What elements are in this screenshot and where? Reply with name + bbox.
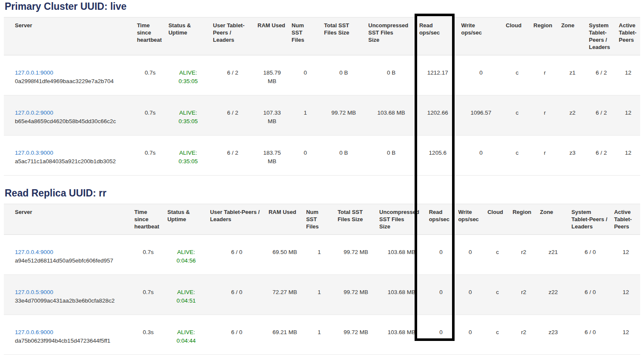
column-header-region: Region [531,17,558,55]
cell-active_tablets: 12 [612,275,640,315]
status-alive-label: ALIVE: [169,69,207,77]
server-address-link[interactable]: 127.0.0.6:9000 [15,329,53,335]
column-header-server: Server [4,204,132,235]
cell-uncompressed_sst: 0 B [366,55,417,95]
tablet-servers-page: Primary Cluster UUID: live ServerTime si… [0,0,644,355]
server-address-link[interactable]: 127.0.0.5:9000 [15,289,53,295]
cell-total_sst: 0 B [321,136,366,176]
cell-ram: 69.21 MB [266,315,303,355]
cell-total_sst: 0 B [321,55,366,95]
cell-num_sst: 0 [289,136,321,176]
cell-zone: z21 [538,235,569,275]
cell-total_sst: 99.72 MB [335,315,377,355]
column-header-cloud: Cloud [485,204,510,235]
column-header-num_sst: Num SST Files [289,17,321,55]
cell-server: 127.0.0.1:90000a2998f41dfe4969baac3229e7… [4,55,135,95]
cell-uncompressed_sst: 103.68 MB [377,275,426,315]
cell-user_tablets: 6 / 2 [210,95,255,136]
cell-status: ALIVE:0:35:05 [166,136,211,176]
cell-system_tablets: 6 / 0 [569,235,612,275]
column-header-user_tablets: User Tablet-Peers / Leaders [207,204,266,235]
column-header-zone: Zone [558,17,586,55]
column-header-uncompressed_sst: Uncompressed SST Files Size [366,17,417,55]
cell-read_ops: 1212.17 [417,55,459,95]
column-header-system_tablets: System Tablet-Peers / Leaders [569,204,612,235]
cell-num_sst: 1 [289,95,321,136]
server-uuid: a94e512d68114d50a95ebfc606fed957 [15,257,129,265]
cell-cloud: c [485,275,510,315]
cell-ram: 72.27 MB [266,275,303,315]
status-uptime: 0:04:56 [168,257,204,265]
cell-total_sst: 99.72 MB [321,95,366,136]
column-header-status: Status & Uptime [166,17,211,55]
cell-cloud: c [485,315,510,355]
cell-region: r [531,136,558,176]
read-replica-title: Read Replica UUID: rr [5,188,640,199]
cell-status: ALIVE:0:04:51 [165,275,207,315]
cell-read_ops: 0 [426,275,456,315]
status-alive-label: ALIVE: [169,149,207,157]
cell-server: 127.0.0.4:9000a94e512d68114d50a95ebfc606… [4,235,132,275]
cell-region: r2 [510,315,537,355]
cell-user_tablets: 6 / 0 [207,235,266,275]
cell-server: 127.0.0.6:9000da75b0623f994b4cb15d472364… [4,315,132,355]
status-uptime: 0:35:05 [169,157,207,166]
column-header-total_sst: Total SST Files Size [335,204,377,235]
status-alive-label: ALIVE: [168,248,204,257]
server-row: 127.0.0.5:900033e4d70099ac431aa2b3e6b0cf… [4,275,640,315]
cell-zone: z23 [538,315,569,355]
cell-cloud: c [503,95,531,136]
cell-num_sst: 0 [289,55,321,95]
cell-heartbeat: 0.7s [135,136,166,176]
cell-status: ALIVE:0:35:05 [166,55,211,95]
status-uptime: 0:04:44 [168,337,204,345]
column-header-active_tablets: Active Tablet-Peers [616,17,640,55]
cell-write_ops: 0 [459,55,504,95]
cell-user_tablets: 6 / 2 [210,55,255,95]
column-header-region: Region [510,204,537,235]
cell-status: ALIVE:0:04:56 [165,235,207,275]
cell-write_ops: 0 [455,315,485,355]
server-address-link[interactable]: 127.0.0.1:9000 [15,69,53,76]
cell-uncompressed_sst: 103.68 MB [377,315,426,355]
cell-zone: z2 [558,95,586,136]
table-header-row: ServerTime since heartbeatStatus & Uptim… [4,204,640,235]
server-address-link[interactable]: 127.0.0.4:9000 [15,249,53,255]
cell-ram: 107.33 MB [255,95,289,136]
server-row: 127.0.0.6:9000da75b0623f994b4cb15d472364… [4,315,640,355]
status-alive-label: ALIVE: [168,288,204,297]
column-header-user_tablets: User Tablet-Peers / Leaders [210,17,255,55]
column-header-zone: Zone [538,204,569,235]
cell-active_tablets: 12 [616,95,640,136]
primary-cluster-title: Primary Cluster UUID: live [5,1,640,12]
cell-ram: 69.50 MB [266,235,303,275]
cell-region: r [531,55,558,95]
cell-system_tablets: 6 / 2 [586,136,616,176]
cell-uncompressed_sst: 103.68 MB [366,95,417,136]
cell-active_tablets: 12 [612,235,640,275]
cell-server: 127.0.0.2:9000b65e4a8659cd4620b58b45dd30… [4,95,135,136]
column-header-num_sst: Num SST Files [303,204,335,235]
server-address-link[interactable]: 127.0.0.3:9000 [15,150,53,156]
cell-active_tablets: 12 [616,136,640,176]
cell-user_tablets: 6 / 0 [207,315,266,355]
server-uuid: 33e4d70099ac431aa2b3e6b0cfa828c2 [15,297,129,305]
column-header-status: Status & Uptime [165,204,207,235]
cell-user_tablets: 6 / 2 [210,136,255,176]
cell-ram: 185.79 MB [255,55,289,95]
cell-active_tablets: 12 [612,315,640,355]
cell-region: r [531,95,558,136]
cell-heartbeat: 0.7s [132,275,165,315]
cell-server: 127.0.0.3:9000a5ac711c1a084035a921c200b1… [4,136,135,176]
server-row: 127.0.0.4:9000a94e512d68114d50a95ebfc606… [4,235,640,275]
column-header-write_ops: Write ops/sec [455,204,485,235]
cell-cloud: c [503,55,531,95]
cell-system_tablets: 6 / 2 [586,55,616,95]
server-address-link[interactable]: 127.0.0.2:9000 [15,110,53,116]
cell-system_tablets: 6 / 2 [586,95,616,136]
cell-status: ALIVE:0:35:05 [166,95,211,136]
cell-heartbeat: 0.7s [132,235,165,275]
cell-total_sst: 99.72 MB [335,235,377,275]
cell-write_ops: 1096.57 [459,95,504,136]
read-replica-table: ServerTime since heartbeatStatus & Uptim… [4,204,640,355]
